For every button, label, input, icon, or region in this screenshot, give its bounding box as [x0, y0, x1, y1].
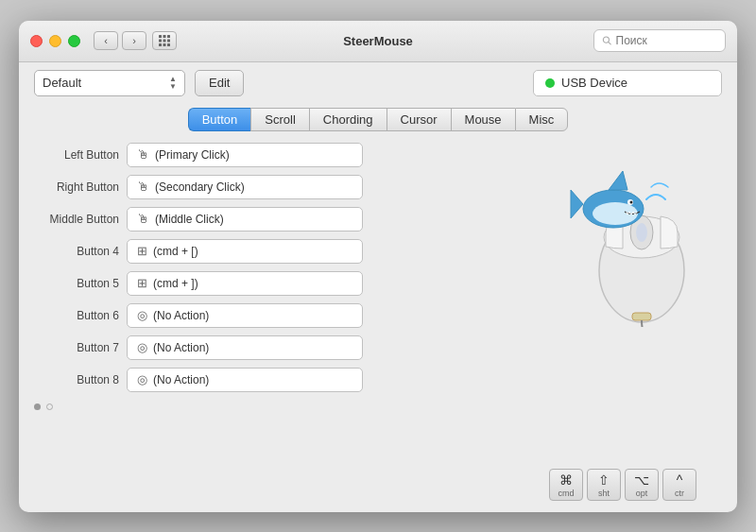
profile-dropdown-value: Default	[43, 76, 81, 90]
grid-icon: ⊞	[137, 244, 147, 258]
svg-rect-2	[167, 35, 170, 38]
mouse-icon: 🖱	[137, 180, 149, 194]
cmd-symbol: ⌘	[559, 473, 573, 487]
grid-button[interactable]	[152, 31, 177, 50]
opt-label: opt	[636, 489, 648, 498]
ctrl-label: ctr	[675, 489, 684, 498]
button6-value: (No Action)	[153, 309, 209, 322]
mouse-icon: 🖱	[137, 212, 149, 226]
usb-device-indicator: USB Device	[533, 70, 722, 96]
button4-value: (cmd + [)	[153, 245, 198, 258]
search-bar[interactable]	[593, 29, 726, 52]
button7-field[interactable]: ◎ (No Action)	[127, 335, 363, 360]
middle-button-field[interactable]: 🖱 (Middle Click)	[127, 207, 363, 232]
button-list: Left Button 🖱 (Primary Click) Right Butt…	[34, 143, 514, 505]
dot-2	[46, 403, 53, 410]
svg-rect-6	[159, 43, 162, 46]
cmd-label: cmd	[558, 489, 574, 498]
svg-rect-3	[159, 40, 162, 43]
tab-cursor[interactable]: Cursor	[387, 108, 451, 131]
tab-chording[interactable]: Chording	[309, 108, 387, 131]
svg-rect-0	[159, 35, 162, 38]
forward-button[interactable]: ›	[122, 31, 146, 50]
list-item: Button 8 ◎ (No Action)	[34, 368, 514, 392]
ctrl-symbol: ^	[677, 473, 683, 487]
opt-symbol: ⌥	[634, 473, 649, 487]
modifier-keys: ⌘ cmd ⇧ sht ⌥ opt ^ ctr	[549, 469, 696, 501]
close-button[interactable]	[30, 35, 43, 47]
list-item: Middle Button 🖱 (Middle Click)	[34, 207, 514, 232]
search-input[interactable]	[616, 34, 717, 47]
svg-point-14	[636, 223, 647, 242]
mouse-icon: 🖱	[137, 147, 149, 162]
title-bar: ‹ › SteerMouse	[19, 21, 737, 62]
middle-button-value: (Middle Click)	[155, 213, 224, 226]
cmd-key[interactable]: ⌘ cmd	[549, 469, 583, 501]
button4-field[interactable]: ⊞ (cmd + [)	[127, 239, 363, 264]
button5-field[interactable]: ⊞ (cmd + ])	[127, 271, 363, 296]
tab-button[interactable]: Button	[188, 108, 251, 131]
circle-icon: ◎	[137, 340, 147, 354]
content-area: Left Button 🖱 (Primary Click) Right Butt…	[19, 139, 737, 512]
dropdown-arrows-icon: ▲ ▼	[169, 76, 177, 91]
svg-rect-8	[167, 43, 170, 46]
button5-value: (cmd + ])	[153, 277, 198, 290]
shift-symbol: ⇧	[598, 473, 610, 487]
svg-rect-7	[163, 43, 166, 46]
circle-icon: ◎	[137, 308, 147, 322]
tab-scroll[interactable]: Scroll	[250, 108, 309, 131]
button4-label: Button 4	[34, 245, 119, 258]
ctrl-key[interactable]: ^ ctr	[662, 469, 696, 501]
right-button-value: (Secondary Click)	[155, 180, 245, 194]
edit-button[interactable]: Edit	[195, 70, 244, 96]
tab-mouse[interactable]: Mouse	[451, 108, 515, 131]
button8-field[interactable]: ◎ (No Action)	[127, 368, 363, 392]
window-title: SteerMouse	[343, 34, 413, 48]
button8-value: (No Action)	[153, 373, 209, 386]
shift-key[interactable]: ⇧ sht	[587, 469, 621, 501]
grid-icon: ⊞	[137, 276, 147, 290]
shift-label: sht	[598, 489, 610, 498]
left-button-field[interactable]: 🖱 (Primary Click)	[127, 143, 363, 167]
tab-misc[interactable]: Misc	[515, 108, 569, 131]
button6-label: Button 6	[34, 309, 119, 322]
svg-point-21	[630, 200, 633, 203]
search-icon	[602, 35, 612, 46]
circle-icon: ◎	[137, 372, 147, 386]
pagination-dots	[34, 400, 514, 414]
right-button-label: Right Button	[34, 180, 119, 194]
svg-rect-1	[163, 35, 166, 38]
tabs-row: Button Scroll Chording Cursor Mouse Misc	[19, 104, 737, 139]
button7-value: (No Action)	[153, 341, 209, 354]
usb-status-dot	[545, 78, 555, 88]
right-button-field[interactable]: 🖱 (Secondary Click)	[127, 175, 363, 199]
list-item: Button 4 ⊞ (cmd + [)	[34, 239, 514, 264]
toolbar: Default ▲ ▼ Edit USB Device	[19, 62, 737, 104]
main-window: ‹ › SteerMouse	[19, 21, 737, 512]
usb-device-label: USB Device	[561, 76, 627, 90]
button8-label: Button 8	[34, 373, 119, 386]
minimize-button[interactable]	[49, 35, 61, 47]
right-panel: ⌘ cmd ⇧ sht ⌥ opt ^ ctr	[524, 143, 722, 505]
button5-label: Button 5	[34, 277, 119, 290]
left-button-label: Left Button	[34, 148, 119, 162]
list-item: Button 5 ⊞ (cmd + ])	[34, 271, 514, 296]
list-item: Left Button 🖱 (Primary Click)	[34, 143, 514, 167]
svg-line-10	[609, 42, 611, 44]
left-button-value: (Primary Click)	[155, 148, 230, 162]
maximize-button[interactable]	[68, 35, 80, 47]
opt-key[interactable]: ⌥ opt	[625, 469, 659, 501]
button6-field[interactable]: ◎ (No Action)	[127, 303, 363, 328]
svg-marker-18	[609, 171, 627, 190]
svg-rect-15	[632, 313, 651, 320]
list-item: Button 6 ◎ (No Action)	[34, 303, 514, 328]
mouse-illustration	[538, 152, 708, 322]
button7-label: Button 7	[34, 341, 119, 354]
middle-button-label: Middle Button	[34, 213, 119, 226]
profile-dropdown[interactable]: Default ▲ ▼	[34, 70, 185, 96]
svg-rect-5	[167, 40, 170, 43]
list-item: Right Button 🖱 (Secondary Click)	[34, 175, 514, 199]
back-button[interactable]: ‹	[94, 31, 118, 50]
svg-rect-4	[163, 40, 166, 43]
svg-marker-17	[571, 190, 583, 218]
